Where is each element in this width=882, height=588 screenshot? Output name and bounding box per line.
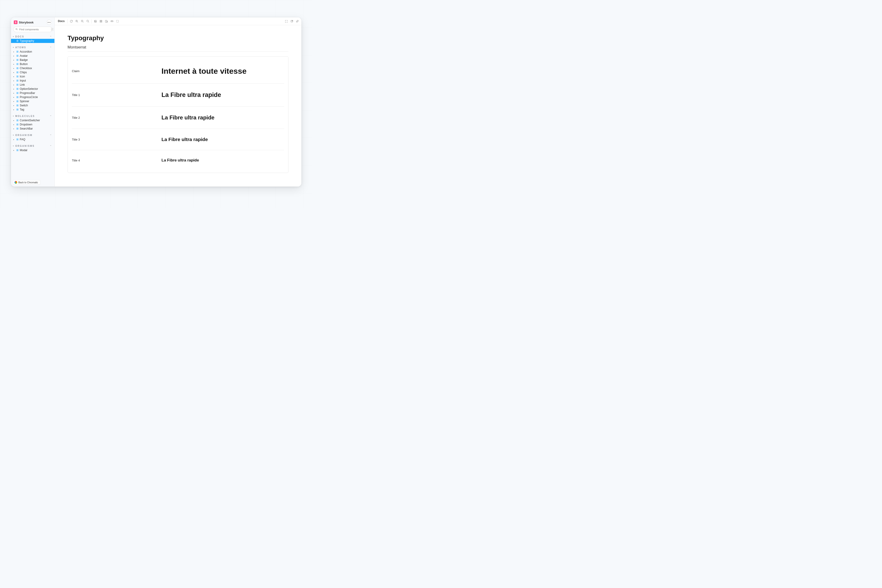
item-caret-icon: ▸ (14, 105, 15, 106)
shortcuts-menu-button[interactable]: ••• (46, 20, 52, 25)
toolbar: Docs (55, 18, 302, 25)
item-caret-icon: ▸ (14, 63, 15, 65)
sidebar-tree: ▾DOCS⌃Typography▾ATOMS⌃▸Accordion▸Avatar… (11, 32, 54, 186)
sidebar-item[interactable]: ▸ContentSwitcher (11, 118, 54, 122)
sidebar-item-label: Switch (20, 104, 28, 107)
search-box[interactable]: / (14, 27, 52, 32)
sidebar-group[interactable]: ▾ATOMS⌃ (11, 45, 54, 50)
component-icon (16, 92, 19, 94)
expand-collapse-icon: ⌃ (50, 115, 52, 117)
tab-docs[interactable]: Docs (57, 18, 66, 25)
svg-rect-41 (18, 85, 18, 86)
svg-rect-100 (101, 22, 102, 22)
sidebar-item[interactable]: ▸Badge (11, 58, 54, 62)
search-input[interactable] (19, 28, 51, 31)
svg-rect-43 (18, 88, 18, 89)
sidebar-item[interactable]: ▸Tag (11, 108, 54, 112)
grid-icon[interactable] (99, 20, 103, 23)
svg-rect-15 (18, 59, 18, 60)
toolbar-right (284, 20, 299, 23)
reset-zoom-icon[interactable] (86, 20, 90, 23)
sidebar-group[interactable]: ▾ORGANISMS⌃ (11, 144, 54, 148)
sidebar-item[interactable]: ▸Chips (11, 70, 54, 74)
svg-rect-26 (17, 72, 18, 72)
open-new-tab-icon[interactable] (290, 20, 294, 23)
item-caret-icon: ▸ (14, 71, 15, 74)
group-caret-icon: ▾ (13, 46, 15, 48)
type-sample: La Fibre ultra rapide (162, 92, 221, 99)
zoom-out-icon[interactable] (80, 20, 84, 23)
svg-rect-60 (17, 106, 18, 106)
backgrounds-icon[interactable] (93, 20, 97, 23)
sidebar-item[interactable]: ▸Input (11, 78, 54, 83)
sidebar-item[interactable]: ▸ProgressCircle (11, 95, 54, 99)
sidebar-item-label: Badge (20, 58, 28, 62)
typography-row: Title 3La Fibre ultra rapide (72, 129, 284, 150)
svg-rect-58 (17, 105, 18, 105)
copy-link-icon[interactable] (296, 20, 299, 23)
typography-row: Title 2La Fibre ultra rapide (72, 106, 284, 129)
svg-rect-72 (17, 125, 18, 125)
sidebar-item-label: Input (20, 79, 26, 82)
sidebar-item-label: Accordion (20, 50, 32, 53)
expand-collapse-icon: ⌃ (50, 36, 52, 38)
type-sample: Internet à toute vitesse (162, 67, 246, 76)
sidebar-item-label: Link (20, 83, 25, 86)
component-icon (16, 108, 19, 111)
viewport-icon[interactable] (105, 20, 108, 23)
sidebar-item[interactable]: Typography (11, 39, 54, 43)
svg-rect-82 (17, 150, 18, 150)
zoom-in-icon[interactable] (75, 20, 78, 23)
sidebar-item[interactable]: ▸Modal (11, 148, 54, 152)
svg-rect-49 (18, 93, 18, 94)
brand[interactable]: S Storybook (14, 21, 33, 24)
sidebar-item[interactable]: ▸SearchBar (11, 126, 54, 131)
outline-icon[interactable] (116, 20, 119, 23)
type-label: Title 1 (72, 93, 162, 97)
sidebar-group[interactable]: ▾ORGANISM⌃ (11, 133, 54, 137)
svg-rect-36 (17, 81, 18, 81)
sidebar-item[interactable]: ▸Button (11, 62, 54, 66)
svg-rect-25 (18, 69, 18, 69)
type-sample: La Fibre ultra rapide (162, 136, 208, 142)
sidebar-item[interactable]: ▸Avatar (11, 54, 54, 58)
sidebar-item[interactable]: ▸Accordion (11, 50, 54, 54)
sidebar-group[interactable]: ▾MOLECULES⌃ (11, 114, 54, 118)
sidebar-item[interactable]: ▸OptionSelector (11, 87, 54, 91)
sidebar-item[interactable]: ▸Checkbox (11, 66, 54, 70)
sidebar-item-label: Modal (20, 148, 27, 152)
back-to-chromatic-button[interactable]: Back to Chromatic (13, 180, 40, 184)
svg-line-94 (88, 22, 89, 22)
brand-name: Storybook (19, 21, 33, 24)
sidebar-item-label: Avatar (20, 54, 28, 57)
measure-icon[interactable] (110, 20, 114, 23)
sidebar-item-label: Typography (20, 39, 34, 42)
sidebar-item-label: OptionSelector (20, 87, 38, 90)
svg-rect-10 (17, 55, 18, 56)
sidebar-item[interactable]: ▸Switch (11, 104, 54, 108)
item-caret-icon: ▸ (14, 119, 15, 122)
sidebar-item[interactable]: ▸Dropdown (11, 122, 54, 126)
sidebar-group-label: ATOMS (15, 46, 50, 49)
svg-rect-78 (17, 139, 18, 140)
sidebar-item[interactable]: ▸ProgressBar (11, 91, 54, 95)
group-gap (11, 43, 54, 45)
svg-line-91 (83, 22, 84, 22)
sidebar-item[interactable]: ▸Spinner (11, 99, 54, 104)
svg-rect-101 (105, 20, 107, 22)
sidebar-group[interactable]: ▾DOCS⌃ (11, 34, 54, 39)
typography-row: ClaimInternet à toute vitesse (72, 59, 284, 84)
svg-rect-66 (17, 120, 18, 120)
sidebar-item[interactable]: ▸FAQ (11, 137, 54, 141)
remount-icon[interactable] (69, 20, 73, 23)
sidebar-item[interactable]: ▸Link (11, 83, 54, 87)
fullscreen-icon[interactable] (284, 20, 288, 23)
sidebar-item-label: Icon (20, 75, 25, 78)
svg-rect-7 (18, 51, 18, 52)
svg-rect-47 (18, 92, 18, 93)
type-sample: La Fibre ultra rapide (162, 158, 199, 163)
sidebar-item[interactable]: ▸Icon (11, 74, 54, 78)
main-panel: Docs Typography Montserrat (55, 18, 302, 186)
svg-rect-59 (18, 105, 18, 105)
svg-rect-79 (18, 139, 18, 140)
